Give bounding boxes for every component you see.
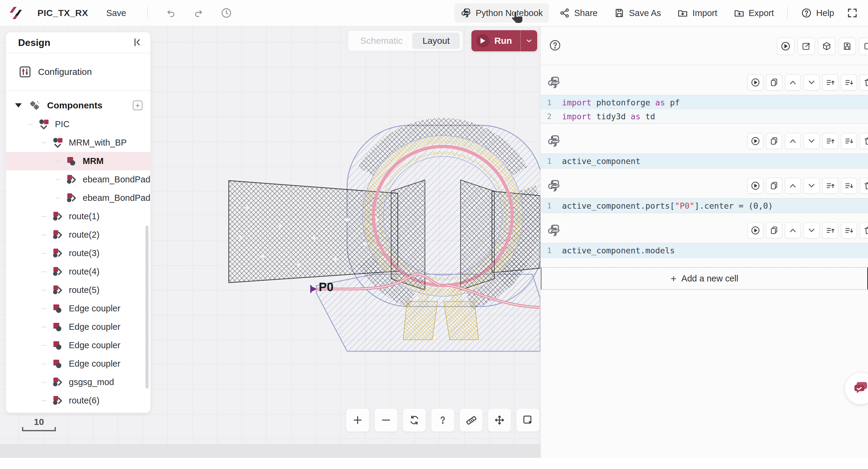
add-new-cell-button[interactable]: + Add a new cell bbox=[541, 267, 868, 290]
sidebar-item-route-5[interactable]: route(5) bbox=[6, 281, 150, 299]
sidebar-item-edge-coupler[interactable]: Edge coupler bbox=[6, 355, 150, 373]
delete-cell-button[interactable] bbox=[860, 74, 868, 91]
package-button[interactable] bbox=[818, 37, 835, 55]
insert-above-button[interactable] bbox=[822, 133, 838, 149]
select-region-button[interactable] bbox=[516, 408, 539, 432]
chat-bubbles-icon bbox=[852, 380, 868, 397]
sidebar-item-configuration[interactable]: Configuration bbox=[6, 54, 150, 91]
component-ref-icon bbox=[51, 394, 64, 407]
code-line: 1 active_component bbox=[541, 154, 868, 168]
delete-cell-button[interactable] bbox=[860, 178, 868, 194]
duplicate-cell-button[interactable] bbox=[766, 222, 782, 239]
zoom-in-icon bbox=[351, 414, 364, 426]
move-up-button[interactable] bbox=[785, 133, 801, 149]
run-cell-button[interactable] bbox=[747, 74, 764, 91]
sidebar-item-route-1[interactable]: route(1) bbox=[6, 207, 150, 226]
move-up-icon bbox=[788, 78, 798, 87]
run-cell-icon bbox=[751, 78, 760, 87]
sidebar-item-edge-coupler[interactable]: Edge coupler bbox=[6, 299, 150, 318]
move-up-button[interactable] bbox=[785, 178, 801, 194]
project-name[interactable]: PIC_TX_RX bbox=[37, 8, 88, 18]
reset-view-button[interactable] bbox=[403, 408, 426, 432]
sidebar-item-route-7[interactable]: route(7) bbox=[6, 410, 150, 413]
tab-layout[interactable]: Layout bbox=[412, 33, 460, 49]
run-cell-button[interactable] bbox=[747, 133, 764, 149]
play-icon bbox=[476, 34, 490, 48]
add-component-button[interactable]: + bbox=[133, 100, 143, 110]
move-up-button[interactable] bbox=[785, 74, 801, 91]
sidebar-item-mrm-with-bp[interactable]: MRM_with_BP bbox=[6, 134, 150, 152]
pan-button[interactable] bbox=[488, 408, 511, 432]
run-button[interactable]: Run bbox=[471, 30, 520, 51]
insert-below-button[interactable] bbox=[841, 133, 857, 149]
notebook-help-icon[interactable] bbox=[549, 39, 561, 53]
sidebar-item-pic[interactable]: PIC bbox=[6, 115, 150, 134]
cell-toolbar bbox=[541, 74, 868, 92]
insert-below-button[interactable] bbox=[841, 222, 857, 239]
history-icon[interactable] bbox=[218, 5, 234, 21]
measure-button[interactable] bbox=[459, 408, 483, 432]
insert-above-button[interactable] bbox=[822, 74, 838, 91]
code-editor[interactable]: 1 active_component.ports["P0"].center = … bbox=[541, 198, 868, 213]
python-icon bbox=[547, 179, 561, 194]
code-editor[interactable]: 1 active_component.models bbox=[541, 243, 868, 258]
zoom-in-button[interactable] bbox=[346, 408, 369, 432]
components-gears-icon bbox=[28, 99, 41, 112]
duplicate-cell-button[interactable] bbox=[766, 133, 782, 149]
component-icon bbox=[51, 302, 64, 315]
more-button[interactable] bbox=[859, 37, 868, 55]
sidebar-item-route-3[interactable]: route(3) bbox=[6, 244, 150, 262]
import-button[interactable]: Import bbox=[671, 3, 723, 23]
sidebar-item-route-4[interactable]: route(4) bbox=[6, 262, 150, 281]
app-logo[interactable] bbox=[8, 5, 25, 21]
sidebar-item-route-2[interactable]: route(2) bbox=[6, 226, 150, 244]
move-up-button[interactable] bbox=[785, 222, 801, 239]
duplicate-cell-button[interactable] bbox=[766, 74, 782, 91]
sidebar-item-ebeam-bondpad[interactable]: ebeam_BondPad bbox=[6, 170, 150, 189]
export-button[interactable]: Export bbox=[728, 3, 780, 23]
move-down-button[interactable] bbox=[803, 178, 820, 194]
share-button[interactable]: Share bbox=[553, 3, 603, 23]
insert-below-button[interactable] bbox=[841, 74, 857, 91]
run-all-button[interactable] bbox=[777, 37, 794, 55]
fullscreen-icon[interactable] bbox=[844, 5, 860, 21]
run-cell-button[interactable] bbox=[747, 178, 764, 194]
delete-cell-button[interactable] bbox=[860, 222, 868, 239]
help-button[interactable]: Help bbox=[795, 3, 840, 23]
tab-schematic[interactable]: Schematic bbox=[360, 36, 403, 46]
run-cell-button[interactable] bbox=[747, 222, 764, 239]
move-down-button[interactable] bbox=[803, 133, 820, 149]
undo-icon[interactable] bbox=[163, 5, 179, 21]
help-button[interactable] bbox=[431, 408, 455, 432]
save-notebook-button[interactable] bbox=[838, 37, 856, 55]
run-options-button[interactable] bbox=[520, 30, 537, 51]
redo-icon[interactable] bbox=[191, 5, 207, 21]
new-cell-button[interactable] bbox=[797, 37, 815, 55]
save-as-button[interactable]: Save As bbox=[608, 3, 667, 23]
sidebar-item-mrm[interactable]: MRM bbox=[6, 152, 150, 170]
code-editor[interactable]: 1 active_component bbox=[541, 153, 868, 169]
sidebar-scrollbar[interactable] bbox=[146, 226, 149, 389]
insert-above-button[interactable] bbox=[822, 222, 838, 239]
delete-cell-button[interactable] bbox=[860, 133, 868, 149]
line-number: 2 bbox=[541, 112, 558, 121]
delete-cell-icon bbox=[863, 181, 868, 190]
sidebar-item-route-6[interactable]: route(6) bbox=[6, 391, 150, 410]
insert-above-button[interactable] bbox=[822, 178, 838, 194]
sidebar-item-components[interactable]: Components + bbox=[6, 96, 150, 115]
move-down-button[interactable] bbox=[803, 222, 820, 239]
zoom-out-button[interactable] bbox=[374, 408, 398, 432]
sidebar-item-ebeam-bondpad[interactable]: ebeam_BondPad bbox=[6, 189, 150, 207]
collapse-panel-icon[interactable] bbox=[132, 37, 142, 48]
move-down-button[interactable] bbox=[803, 74, 820, 91]
insert-above-icon bbox=[826, 181, 835, 190]
save-button[interactable]: Save bbox=[100, 4, 132, 22]
code-editor[interactable]: 1 import photonforge as pf 2 import tidy… bbox=[541, 95, 868, 124]
expander-icon[interactable] bbox=[15, 103, 22, 108]
sidebar-item-gsgsg-mod[interactable]: gsgsg_mod bbox=[6, 373, 150, 391]
sidebar-item-edge-coupler[interactable]: Edge coupler bbox=[6, 318, 150, 336]
sidebar-item-edge-coupler[interactable]: Edge coupler bbox=[6, 336, 150, 355]
insert-below-button[interactable] bbox=[841, 178, 857, 194]
python-notebook-button[interactable]: Python Notebook bbox=[455, 3, 549, 23]
duplicate-cell-button[interactable] bbox=[766, 178, 782, 194]
